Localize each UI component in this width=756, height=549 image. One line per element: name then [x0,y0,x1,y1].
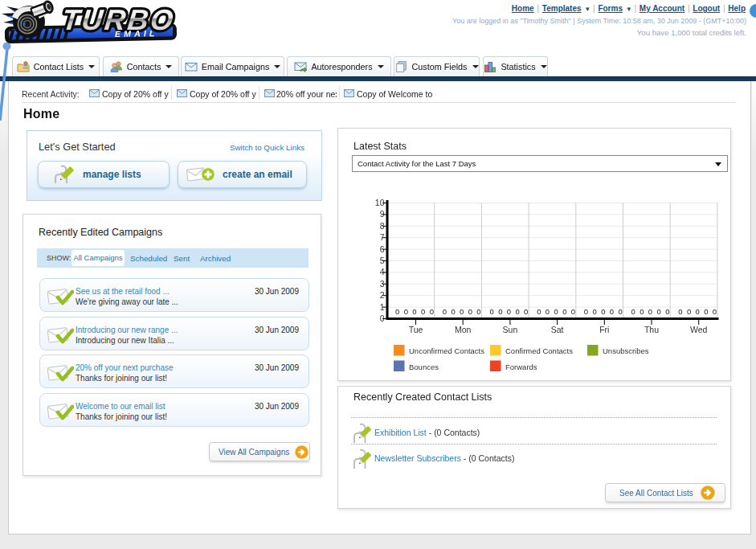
svg-text:0: 0 [554,307,558,316]
svg-text:0: 0 [476,307,480,316]
svg-text:0: 0 [507,307,511,316]
svg-text:1: 1 [380,302,385,312]
svg-text:0: 0 [640,307,644,316]
svg-text:0: 0 [610,307,614,316]
svg-text:0: 0 [618,307,622,316]
svg-text:10: 10 [375,198,385,207]
svg-text:Sat: Sat [551,325,564,334]
svg-text:0: 0 [451,307,455,316]
svg-text:0: 0 [657,307,661,316]
svg-text:0: 0 [443,307,447,316]
svg-text:4: 4 [380,267,385,277]
svg-text:Confirmed Contacts: Confirmed Contacts [505,346,573,355]
svg-text:0: 0 [524,307,528,316]
svg-text:0: 0 [704,307,708,316]
svg-text:0: 0 [546,307,550,316]
svg-text:6: 6 [380,244,385,254]
svg-text:Wed: Wed [690,325,708,334]
svg-text:Unsubscribes: Unsubscribes [603,346,649,355]
svg-text:Sun: Sun [503,325,518,334]
svg-text:0: 0 [571,307,575,316]
svg-text:0: 0 [421,307,425,316]
svg-text:2: 2 [380,290,385,300]
svg-text:9: 9 [380,209,385,219]
svg-text:0: 0 [631,307,635,316]
svg-text:0: 0 [593,307,597,316]
svg-text:Mon: Mon [455,325,472,334]
svg-text:0: 0 [412,307,416,316]
svg-text:0: 0 [460,307,464,316]
svg-text:0: 0 [687,307,691,316]
svg-text:0: 0 [648,307,652,316]
svg-text:0: 0 [395,307,399,316]
svg-text:0: 0 [515,307,519,316]
svg-text:0: 0 [537,307,541,316]
svg-text:0: 0 [498,307,502,316]
svg-text:8: 8 [380,221,385,231]
svg-text:Tue: Tue [409,325,423,334]
svg-text:5: 5 [380,256,385,265]
svg-text:0: 0 [562,307,566,316]
svg-text:0: 0 [696,307,700,316]
svg-text:0: 0 [489,307,493,316]
svg-text:EMAIL: EMAIL [115,29,158,39]
svg-text:0: 0 [430,307,434,316]
svg-text:3: 3 [380,279,385,289]
svg-text:0: 0 [678,307,682,316]
svg-text:0: 0 [601,307,605,316]
svg-text:0: 0 [380,313,385,323]
svg-text:Thu: Thu [644,325,659,334]
svg-text:0: 0 [468,307,472,316]
svg-text:0: 0 [584,307,588,316]
svg-text:Forwards: Forwards [505,363,537,371]
svg-text:7: 7 [380,232,385,242]
svg-text:Bounces: Bounces [409,363,439,371]
svg-text:0: 0 [713,307,717,316]
svg-text:0: 0 [404,307,408,316]
svg-text:Fri: Fri [599,325,609,334]
svg-text:Unconfirmed Contacts: Unconfirmed Contacts [409,346,484,355]
svg-text:0: 0 [665,307,669,316]
